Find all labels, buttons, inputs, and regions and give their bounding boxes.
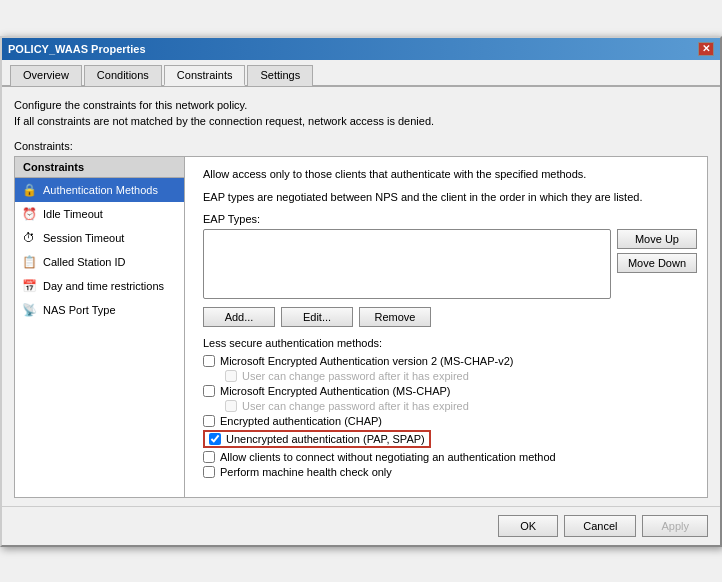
- sidebar-item-label-nas: NAS Port Type: [43, 304, 116, 316]
- tab-constraints[interactable]: Constraints: [164, 65, 246, 86]
- bottom-button-bar: OK Cancel Apply: [2, 506, 720, 545]
- add-button[interactable]: Add...: [203, 307, 275, 327]
- highlighted-pap-row: Unencrypted authentication (PAP, SPAP): [203, 430, 431, 448]
- close-button[interactable]: ✕: [698, 42, 714, 56]
- left-panel-header: Constraints: [15, 157, 184, 178]
- list-icon: 📋: [21, 254, 37, 270]
- sidebar-item-label-station: Called Station ID: [43, 256, 126, 268]
- sidebar-item-label-session: Session Timeout: [43, 232, 124, 244]
- checkbox-mschap-pw: [225, 400, 237, 412]
- sidebar-item-label-daytime: Day and time restrictions: [43, 280, 164, 292]
- label-nonego: Allow clients to connect without negotia…: [220, 451, 556, 463]
- eap-description: EAP types are negotiated between NPS and…: [203, 190, 697, 205]
- checkbox-row-mschapv2-pw: User can change password after it has ex…: [225, 370, 697, 382]
- checkbox-row-mschap: Microsoft Encrypted Authentication (MS-C…: [203, 385, 697, 397]
- checkbox-row-chap: Encrypted authentication (CHAP): [203, 415, 697, 427]
- eap-area: Move Up Move Down: [203, 229, 697, 299]
- constraints-label: Constraints:: [14, 140, 708, 152]
- sidebar-item-label-idle: Idle Timeout: [43, 208, 103, 220]
- sidebar-item-day-time[interactable]: 📅 Day and time restrictions: [15, 274, 184, 298]
- tab-overview[interactable]: Overview: [10, 65, 82, 86]
- network-icon: 📡: [21, 302, 37, 318]
- checkbox-nonego[interactable]: [203, 451, 215, 463]
- edit-button[interactable]: Edit...: [281, 307, 353, 327]
- apply-button[interactable]: Apply: [642, 515, 708, 537]
- content-area: Configure the constraints for this netwo…: [2, 87, 720, 506]
- description-line1: Configure the constraints for this netwo…: [14, 97, 708, 114]
- sidebar-item-session-timeout[interactable]: ⏱ Session Timeout: [15, 226, 184, 250]
- checkbox-row-mschapv2: Microsoft Encrypted Authentication versi…: [203, 355, 697, 367]
- checkbox-row-mschap-pw: User can change password after it has ex…: [225, 400, 697, 412]
- checkbox-row-pap: Unencrypted authentication (PAP, SPAP): [203, 430, 697, 448]
- label-health: Perform machine health check only: [220, 466, 392, 478]
- description-block: Configure the constraints for this netwo…: [14, 97, 708, 130]
- sidebar-item-nas-port[interactable]: 📡 NAS Port Type: [15, 298, 184, 322]
- timer-icon: ⏱: [21, 230, 37, 246]
- eap-listbox[interactable]: [203, 229, 611, 299]
- checkbox-mschapv2-pw: [225, 370, 237, 382]
- eap-move-buttons: Move Up Move Down: [617, 229, 697, 299]
- checkbox-chap[interactable]: [203, 415, 215, 427]
- checkbox-row-nonego: Allow clients to connect without negotia…: [203, 451, 697, 463]
- label-pap: Unencrypted authentication (PAP, SPAP): [226, 433, 425, 445]
- lock-icon: 🔒: [21, 182, 37, 198]
- right-description: Allow access only to those clients that …: [203, 167, 697, 182]
- label-mschapv2-pw: User can change password after it has ex…: [242, 370, 469, 382]
- checkbox-mschapv2[interactable]: [203, 355, 215, 367]
- label-mschap-pw: User can change password after it has ex…: [242, 400, 469, 412]
- label-mschap: Microsoft Encrypted Authentication (MS-C…: [220, 385, 450, 397]
- window-title: POLICY_WAAS Properties: [8, 43, 146, 55]
- checkbox-mschap[interactable]: [203, 385, 215, 397]
- sidebar-item-authentication-methods[interactable]: 🔒 Authentication Methods: [15, 178, 184, 202]
- calendar-icon: 📅: [21, 278, 37, 294]
- label-mschapv2: Microsoft Encrypted Authentication versi…: [220, 355, 513, 367]
- action-buttons: Add... Edit... Remove: [203, 307, 697, 327]
- tab-settings[interactable]: Settings: [247, 65, 313, 86]
- sidebar-item-idle-timeout[interactable]: ⏰ Idle Timeout: [15, 202, 184, 226]
- main-window: POLICY_WAAS Properties ✕ Overview Condit…: [0, 36, 722, 547]
- label-chap: Encrypted authentication (CHAP): [220, 415, 382, 427]
- main-area: Constraints 🔒 Authentication Methods ⏰ I…: [14, 156, 708, 498]
- left-panel: Constraints 🔒 Authentication Methods ⏰ I…: [15, 157, 185, 497]
- remove-button[interactable]: Remove: [359, 307, 431, 327]
- checkbox-health[interactable]: [203, 466, 215, 478]
- ok-button[interactable]: OK: [498, 515, 558, 537]
- checkbox-pap[interactable]: [209, 433, 221, 445]
- sidebar-item-label-auth: Authentication Methods: [43, 184, 158, 196]
- title-bar: POLICY_WAAS Properties ✕: [2, 38, 720, 60]
- move-down-button[interactable]: Move Down: [617, 253, 697, 273]
- sidebar-item-called-station[interactable]: 📋 Called Station ID: [15, 250, 184, 274]
- tab-conditions[interactable]: Conditions: [84, 65, 162, 86]
- less-secure-label: Less secure authentication methods:: [203, 337, 697, 349]
- eap-label: EAP Types:: [203, 213, 697, 225]
- description-line2: If all constraints are not matched by th…: [14, 113, 708, 130]
- move-up-button[interactable]: Move Up: [617, 229, 697, 249]
- checkbox-row-health: Perform machine health check only: [203, 466, 697, 478]
- clock-icon: ⏰: [21, 206, 37, 222]
- right-panel: Allow access only to those clients that …: [193, 157, 707, 497]
- cancel-button[interactable]: Cancel: [564, 515, 636, 537]
- tab-bar: Overview Conditions Constraints Settings: [2, 60, 720, 87]
